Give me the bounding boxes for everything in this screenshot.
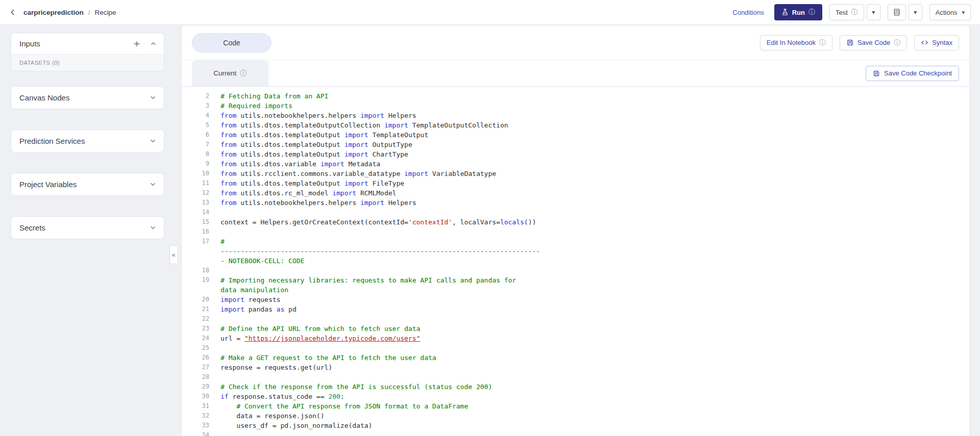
code-line[interactable]: if response.status_code == 200: [209, 392, 345, 401]
line-number: 27 [182, 363, 209, 372]
code-line[interactable]: # Importing necessary libraries: request… [209, 275, 516, 285]
code-line[interactable]: from utils.rcclient.commons.variable_dat… [209, 169, 496, 178]
code-token-p: ()) [524, 218, 536, 226]
code-line[interactable]: from utils.dtos.templateOutput import Fi… [209, 178, 404, 188]
sidebar-item-project-variables[interactable]: Project Variables [11, 173, 164, 196]
caret-down-icon: ▾ [962, 9, 965, 16]
conditions-button[interactable]: Conditions [729, 8, 767, 17]
save-code-checkpoint-button[interactable]: Save Code Checkpoint [866, 66, 959, 81]
code-line[interactable]: from utils.dtos.templateOutput import Te… [209, 130, 428, 140]
code-row: 6from utils.dtos.templateOutput import T… [182, 130, 969, 140]
code-row: 4from utils.notebookhelpers.helpers impo… [182, 111, 969, 120]
sidebar-item-label: Prediction Services [19, 137, 85, 145]
code-line[interactable]: # Define the API URL from which to fetch… [209, 324, 420, 334]
code-token-k: from [220, 199, 236, 207]
code-token-c: # Fetching Data from an API [220, 92, 328, 100]
breadcrumb-project[interactable]: carpriceprediction [23, 9, 84, 16]
code-line[interactable] [209, 227, 220, 237]
code-line[interactable]: context = Helpers.getOrCreateContext(con… [209, 217, 536, 227]
code-line[interactable]: - NOTEBOOK-CELL: CODE [209, 256, 304, 266]
code-token-p: utils.dtos.templateOutput [236, 131, 344, 139]
edit-in-notebook-button[interactable]: Edit In Notebook ⓘ [760, 35, 832, 50]
code-line[interactable]: from utils.dtos.templateOutputCollection… [209, 120, 508, 130]
line-number: 21 [182, 304, 209, 314]
chevron-down-icon [149, 181, 157, 188]
code-line[interactable]: ----------------------------------------… [209, 246, 540, 256]
calculator-button[interactable] [888, 4, 906, 20]
actions-button[interactable]: Actions ▾ [929, 4, 971, 20]
code-line[interactable]: url = "https://jsonplaceholder.typicode.… [209, 334, 420, 343]
code-line[interactable]: from utils.notebookhelpers.helpers impor… [209, 111, 416, 120]
code-line[interactable]: users_df = pd.json_normalize(data) [209, 421, 372, 430]
code-line[interactable] [209, 266, 220, 275]
collapse-inputs-button[interactable] [150, 40, 157, 47]
code-line[interactable]: data manipulation [209, 285, 288, 295]
code-token-k: from [220, 170, 236, 177]
topbar-right: Conditions Run ⓘ Test ⓘ ▾ ▾ Actions ▾ [729, 4, 971, 20]
code-row: 5from utils.dtos.templateOutputCollectio… [182, 120, 969, 130]
code-row: 10from utils.rcclient.commons.variable_d… [182, 169, 969, 178]
tab-code[interactable]: Code [192, 33, 272, 53]
code-line[interactable]: # Check if the response from the API is … [209, 382, 492, 392]
code-line[interactable]: # Convert the API response from JSON for… [209, 401, 468, 411]
run-label: Run [792, 9, 805, 16]
code-line[interactable] [209, 314, 220, 324]
inputs-title: Inputs [19, 39, 40, 48]
test-button[interactable]: Test ⓘ [829, 4, 864, 20]
code-row: 21import pandas as pd [182, 304, 969, 314]
code-token-c: # Required imports [220, 102, 292, 110]
run-button[interactable]: Run ⓘ [774, 4, 822, 20]
code-token-k: import [360, 199, 384, 207]
code-token-k: import [345, 141, 369, 148]
code-token-p: utils.dtos.templateOutput [236, 141, 344, 148]
code-token-k: import [404, 170, 428, 177]
checkpoint-save-icon [873, 70, 880, 77]
code-token-p: TemplateOutput [369, 131, 428, 139]
code-line[interactable] [209, 430, 220, 436]
code-token-k: import [220, 305, 244, 313]
code-line[interactable]: from utils.dtos.templateOutput import Ou… [209, 140, 412, 149]
code-line[interactable]: from utils.dtos.rc_ml_model import RCMLM… [209, 188, 396, 198]
code-line[interactable] [209, 372, 220, 382]
code-line[interactable]: response = requests.get(url) [209, 363, 332, 372]
code-line[interactable]: from utils.dtos.templateOutput import Ch… [209, 149, 408, 159]
code-line[interactable]: # Fetching Data from an API [209, 91, 328, 101]
sidebar-item-secrets[interactable]: Secrets [11, 216, 164, 239]
chevron-down-icon [149, 224, 157, 232]
code-line[interactable]: # Make a GET request to the API to fetch… [209, 353, 436, 363]
sidebar-collapse-handle[interactable]: « [169, 245, 177, 264]
sidebar-item-label: Secrets [19, 223, 45, 232]
line-number: 3 [182, 101, 209, 111]
save-code-button[interactable]: Save Code ⓘ [840, 35, 907, 50]
syntax-button[interactable]: Syntax [914, 35, 959, 50]
add-input-button[interactable] [133, 40, 141, 48]
save-checkpoint-label: Save Code Checkpoint [884, 69, 952, 77]
code-row: ----------------------------------------… [182, 246, 969, 256]
code-line[interactable]: data = response.json() [209, 411, 325, 421]
code-line[interactable]: # Required imports [209, 101, 292, 111]
sidebar-item-prediction-services[interactable]: Prediction Services [11, 130, 164, 152]
code-editor[interactable]: 2# Fetching Data from an API3# Required … [182, 87, 969, 436]
code-row: 11from utils.dtos.templateOutput import … [182, 178, 969, 188]
code-line[interactable] [209, 208, 220, 217]
sidebar-item-canvas-nodes[interactable]: Canvas Nodes [11, 86, 164, 109]
test-dropdown-button[interactable]: ▾ [867, 4, 880, 20]
code-token-p: pandas [244, 305, 277, 313]
tab-current[interactable]: Current ⓘ [192, 60, 268, 86]
code-line[interactable]: from utils.dtos.variable import Metadata [209, 159, 380, 169]
calculator-dropdown-button[interactable]: ▾ [909, 4, 922, 20]
code-row: 13from utils.notebookhelpers.helpers imp… [182, 198, 969, 208]
line-number: 17 [182, 237, 209, 246]
code-token-p: VariableDatatype [428, 170, 496, 177]
code-row: 2# Fetching Data from an API [182, 91, 969, 101]
code-line[interactable]: import pandas as pd [209, 304, 297, 314]
code-line[interactable]: import requests [209, 295, 280, 304]
line-number: 7 [182, 140, 209, 149]
code-line[interactable] [209, 343, 220, 353]
code-line[interactable]: from utils.notebookhelpers.helpers impor… [209, 198, 416, 208]
datasets-section-label[interactable]: DATASETS (0) [11, 54, 164, 71]
code-row: 17# [182, 237, 969, 246]
info-icon: ⓘ [819, 38, 826, 47]
back-button[interactable] [7, 7, 18, 18]
code-line[interactable]: # [209, 237, 225, 246]
